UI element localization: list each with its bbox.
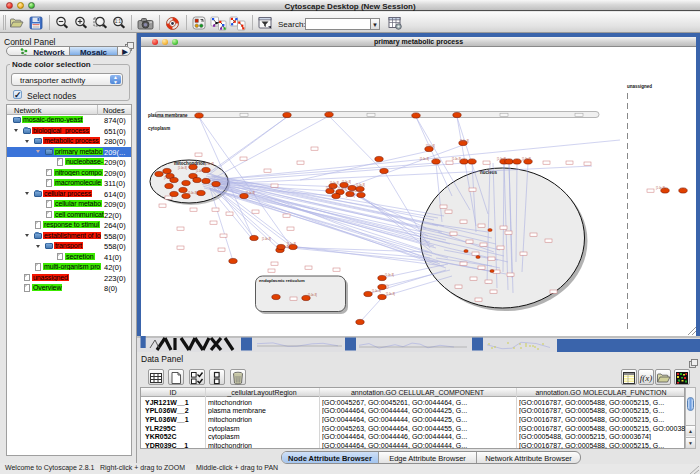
svg-text:[1.0e-8]: [1.0e-8] — [352, 189, 361, 193]
svg-text:[1.0e-8]: [1.0e-8] — [385, 273, 394, 277]
svg-text:[1.0e-8]: [1.0e-8] — [280, 245, 289, 249]
svg-text:[1.0e-8]: [1.0e-8] — [460, 139, 469, 143]
svg-text:unassigned: unassigned — [627, 84, 652, 89]
svg-text:[1.0e-8]: [1.0e-8] — [346, 194, 355, 198]
svg-text:1:1: 1:1 — [115, 19, 122, 24]
svg-text:[1.0e-8]: [1.0e-8] — [342, 180, 351, 184]
svg-text:[1.0e-8]: [1.0e-8] — [338, 187, 347, 191]
svg-text:[1.0e-8]: [1.0e-8] — [205, 162, 214, 166]
svg-text:[1.0e-8]: [1.0e-8] — [497, 157, 506, 161]
svg-text:[1.0e-8]: [1.0e-8] — [656, 186, 665, 190]
svg-text:[1.0e-8]: [1.0e-8] — [164, 176, 173, 180]
svg-text:[1.0e-8]: [1.0e-8] — [330, 181, 339, 185]
svg-text:[1.0e-8]: [1.0e-8] — [372, 289, 381, 293]
svg-text:[1.0e-8]: [1.0e-8] — [178, 166, 187, 170]
svg-text:[1.0e-8]: [1.0e-8] — [426, 144, 435, 148]
svg-text:f(x): f(x) — [640, 373, 653, 383]
svg-text:[1.0e-8]: [1.0e-8] — [356, 183, 365, 187]
svg-text:[1.0e-8]: [1.0e-8] — [420, 157, 429, 161]
svg-text:[1.0e-8]: [1.0e-8] — [386, 292, 395, 296]
svg-text:[1.0e-8]: [1.0e-8] — [188, 191, 197, 195]
svg-text:endoplasmic reticulum: endoplasmic reticulum — [259, 278, 305, 283]
svg-text:[1.0e-8]: [1.0e-8] — [326, 186, 335, 190]
svg-text:[1.0e-8]: [1.0e-8] — [522, 157, 531, 161]
svg-text:[1.0e-8]: [1.0e-8] — [196, 169, 205, 173]
svg-text:cytoplasm: cytoplasm — [148, 126, 170, 131]
svg-text:[1.0e-8]: [1.0e-8] — [452, 157, 461, 161]
svg-text:[1.0e-8]: [1.0e-8] — [262, 237, 271, 241]
svg-text:[1.0e-8]: [1.0e-8] — [308, 293, 317, 297]
svg-text:plasma membrane: plasma membrane — [148, 113, 188, 118]
svg-text:[1.0e-8]: [1.0e-8] — [246, 191, 255, 195]
